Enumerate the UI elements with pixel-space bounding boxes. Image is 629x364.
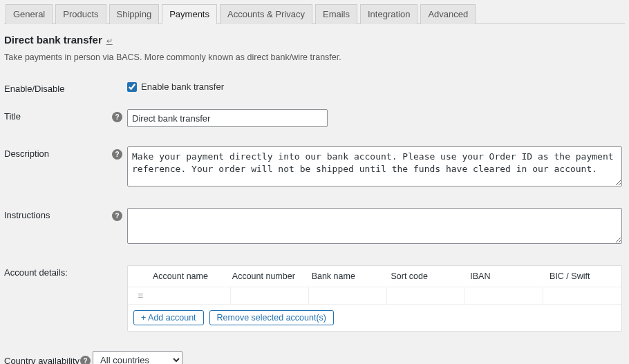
account-row: ≡ [128,287,621,305]
tab-emails[interactable]: Emails [315,4,357,24]
intro-text: Take payments in person via BACS. More c… [4,52,625,62]
settings-tabs: General Products Shipping Payments Accou… [4,4,625,24]
enable-checkbox[interactable] [127,82,137,92]
instructions-textarea[interactable] [127,208,622,244]
help-icon[interactable]: ? [112,112,122,122]
tab-general[interactable]: General [6,4,53,24]
bank-name-input[interactable] [309,287,387,304]
account-number-input[interactable] [231,287,309,304]
col-account-number: Account number [232,266,312,287]
tab-payments[interactable]: Payments [162,4,217,24]
enable-checkbox-row[interactable]: Enable bank transfer [127,82,625,92]
help-icon[interactable]: ? [112,149,122,160]
label-country-availability: Country availability [4,354,80,364]
account-details-table: Account name Account number Bank name So… [127,265,622,332]
tab-accounts-privacy[interactable]: Accounts & Privacy [220,4,312,24]
tab-shipping[interactable]: Shipping [109,4,160,24]
iban-input[interactable] [465,287,543,304]
col-bic-swift: BIC / Swift [550,266,621,287]
help-icon[interactable]: ? [112,211,122,221]
add-account-button[interactable]: + Add account [133,310,204,325]
label-title: Title [4,109,112,122]
tab-advanced[interactable]: Advanced [420,4,476,24]
tab-products[interactable]: Products [55,4,106,24]
account-name-input[interactable] [153,287,231,304]
drag-handle-icon[interactable]: ≡ [128,287,153,304]
back-link[interactable]: ↵ [106,37,113,46]
title-input[interactable] [127,109,328,127]
label-instructions: Instructions [4,208,112,220]
account-table-header: Account name Account number Bank name So… [128,266,621,287]
tab-integration[interactable]: Integration [360,4,417,24]
col-sort-code: Sort code [391,266,470,287]
description-textarea[interactable]: Make your payment directly into our bank… [127,146,622,186]
label-enable: Enable/Disable [4,82,112,94]
label-description: Description [4,146,112,159]
col-iban: IBAN [470,266,550,287]
page-title: Direct bank transfer [4,34,102,46]
sort-code-input[interactable] [387,287,465,304]
enable-checkbox-label: Enable bank transfer [141,82,224,92]
label-account-details: Account details: [4,265,112,278]
col-bank-name: Bank name [312,266,391,287]
help-icon[interactable]: ? [80,356,91,365]
bic-swift-input[interactable] [543,287,621,304]
account-table-footer: + Add account Remove selected account(s) [128,305,621,331]
col-account-name: Account name [153,266,232,287]
country-select[interactable]: All countries [93,351,182,364]
remove-account-button[interactable]: Remove selected account(s) [209,310,334,325]
